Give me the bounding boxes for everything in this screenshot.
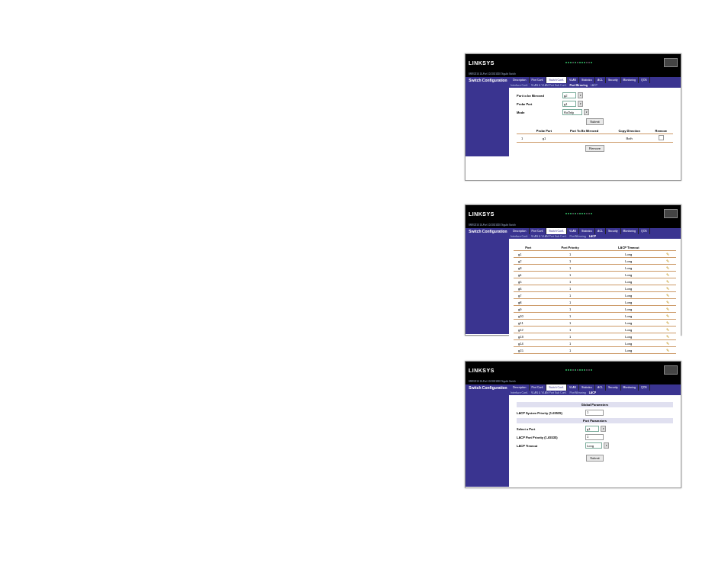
table-row: g51Long✎ — [514, 278, 676, 285]
table-row: g61Long✎ — [514, 285, 676, 292]
edit-icon[interactable]: ✎ — [660, 272, 676, 278]
submit-button[interactable]: Submit — [586, 118, 603, 125]
lacp-table: Port Port Priority LACP Timeout g11Long✎… — [514, 245, 676, 354]
partner-logo — [664, 58, 678, 67]
edit-icon[interactable]: ✎ — [660, 258, 676, 265]
tab-qos[interactable]: QOS — [639, 384, 650, 391]
table-row: 1 g1 Both — [517, 134, 673, 143]
header: LINKSYS — [465, 54, 681, 71]
tab-security[interactable]: Security — [606, 384, 621, 391]
subtab-lacp[interactable]: LACP — [588, 391, 598, 394]
remove-button[interactable]: Remove — [585, 145, 604, 152]
tab-description[interactable]: Description — [511, 77, 530, 83]
tab-portconf[interactable]: Port Conf. — [530, 228, 547, 234]
col-remove: Remove — [649, 128, 673, 134]
mode-label: Mode — [517, 111, 562, 114]
edit-icon[interactable]: ✎ — [660, 340, 676, 347]
device-name: SRW2016 16-Port 10/100/1000 Gigabit Swit… — [465, 71, 681, 77]
system-priority-input[interactable]: 1 — [585, 410, 604, 416]
remove-checkbox[interactable] — [659, 135, 664, 140]
tab-statistics[interactable]: Statistics — [579, 77, 595, 83]
edit-icon[interactable]: ✎ — [660, 347, 676, 354]
leftbar — [465, 395, 509, 487]
partner-logo — [664, 365, 678, 375]
port-mirrored-select[interactable]: g2 — [562, 92, 576, 98]
status-leds — [565, 213, 592, 214]
tab-acl[interactable]: ACL — [595, 228, 606, 234]
subtab-interface[interactable]: Interface Conf. — [509, 235, 530, 238]
tab-statistics[interactable]: Statistics — [579, 228, 595, 234]
subtab-vlan[interactable]: VLAN & VLAN Port Sub Conf. — [530, 391, 569, 394]
subtab-vlan[interactable]: VLAN & VLAN Port Sub Conf. — [530, 84, 569, 87]
lacp-config-panel: LINKSYS SRW2016 16-Port 10/100/1000 Giga… — [465, 361, 681, 488]
tab-description[interactable]: Description — [511, 228, 530, 234]
tab-security[interactable]: Security — [606, 77, 621, 83]
tab-portconf[interactable]: Port Conf. — [530, 384, 547, 391]
tab-switchconf[interactable]: Switch Conf. — [546, 384, 567, 391]
chevron-down-icon[interactable]: ▾ — [578, 92, 583, 98]
tab-qos[interactable]: QOS — [639, 228, 650, 234]
sidebar-title: Switch Configuration — [465, 384, 511, 391]
subtab-interface[interactable]: Interface Conf. — [509, 391, 530, 394]
tab-security[interactable]: Security — [606, 228, 621, 234]
table-row: g141Long✎ — [514, 340, 676, 347]
table-row: g121Long✎ — [514, 327, 676, 333]
submit-button[interactable]: Submit — [586, 455, 603, 462]
mode-select[interactable]: RxOnly — [562, 109, 582, 115]
edit-icon[interactable]: ✎ — [660, 292, 676, 299]
global-params-header: Global Parameters — [517, 402, 673, 407]
table-row: g31Long✎ — [514, 265, 676, 272]
edit-icon[interactable]: ✎ — [660, 265, 676, 272]
tab-portconf[interactable]: Port Conf. — [530, 77, 547, 83]
edit-icon[interactable]: ✎ — [660, 278, 676, 285]
table-row: g101Long✎ — [514, 313, 676, 320]
tab-monitoring[interactable]: Monitoring — [621, 77, 639, 83]
chevron-down-icon[interactable]: ▾ — [604, 442, 609, 449]
select-port-dropdown[interactable]: g1 — [585, 426, 599, 432]
subtab-portmirror[interactable]: Port Mirroring — [568, 235, 587, 238]
tab-row: Switch Configuration Description Port Co… — [465, 384, 681, 391]
chevron-down-icon[interactable]: ▾ — [601, 426, 606, 432]
partner-logo — [664, 209, 678, 218]
probe-port-select[interactable]: g1 — [562, 101, 576, 107]
subtab-vlan[interactable]: VLAN & VLAN Port Sub Conf. — [530, 235, 569, 238]
tab-vlan[interactable]: VLAN — [567, 77, 579, 83]
tab-monitoring[interactable]: Monitoring — [621, 384, 639, 391]
edit-icon[interactable]: ✎ — [660, 251, 676, 258]
edit-icon[interactable]: ✎ — [660, 313, 676, 320]
port-priority-input[interactable]: 1 — [585, 434, 604, 440]
chevron-down-icon[interactable]: ▾ — [584, 109, 589, 115]
subtab-interface[interactable]: Interface Conf. — [509, 84, 530, 87]
tab-vlan[interactable]: VLAN — [567, 384, 579, 391]
port-mirrored-label: Port to be Mirrored — [517, 94, 562, 98]
edit-icon[interactable]: ✎ — [660, 285, 676, 292]
subtab-lacp[interactable]: LACP — [589, 84, 599, 87]
chevron-down-icon[interactable]: ▾ — [578, 101, 583, 107]
subtab-portmirror[interactable]: Port Mirroring — [568, 84, 588, 87]
edit-icon[interactable]: ✎ — [660, 299, 676, 306]
col-idx — [517, 128, 529, 134]
edit-icon[interactable]: ✎ — [660, 320, 676, 327]
edit-icon[interactable]: ✎ — [660, 333, 676, 340]
tab-switchconf[interactable]: Switch Conf. — [546, 228, 567, 234]
col-probe: Probe Port — [529, 128, 559, 134]
table-row: g111Long✎ — [514, 320, 676, 327]
header: LINKSYS — [465, 205, 681, 222]
tab-acl[interactable]: ACL — [595, 77, 606, 83]
subtab-lacp[interactable]: LACP — [588, 235, 598, 238]
table-row: g41Long✎ — [514, 272, 676, 278]
tab-acl[interactable]: ACL — [595, 384, 606, 391]
tab-monitoring[interactable]: Monitoring — [621, 228, 639, 234]
tab-vlan[interactable]: VLAN — [567, 228, 579, 234]
tab-switchconf[interactable]: Switch Conf. — [546, 77, 567, 83]
header: LINKSYS — [465, 362, 681, 378]
tab-statistics[interactable]: Statistics — [579, 384, 595, 391]
timeout-select[interactable]: Long — [585, 442, 602, 449]
tab-qos[interactable]: QOS — [639, 77, 650, 83]
edit-icon[interactable]: ✎ — [660, 327, 676, 333]
device-name: SRW2016 16-Port 10/100/1000 Gigabit Swit… — [465, 222, 681, 228]
subtab-portmirror[interactable]: Port Mirroring — [568, 391, 587, 394]
brand-logo: LINKSYS — [469, 211, 494, 217]
tab-description[interactable]: Description — [511, 384, 530, 391]
edit-icon[interactable]: ✎ — [660, 306, 676, 313]
